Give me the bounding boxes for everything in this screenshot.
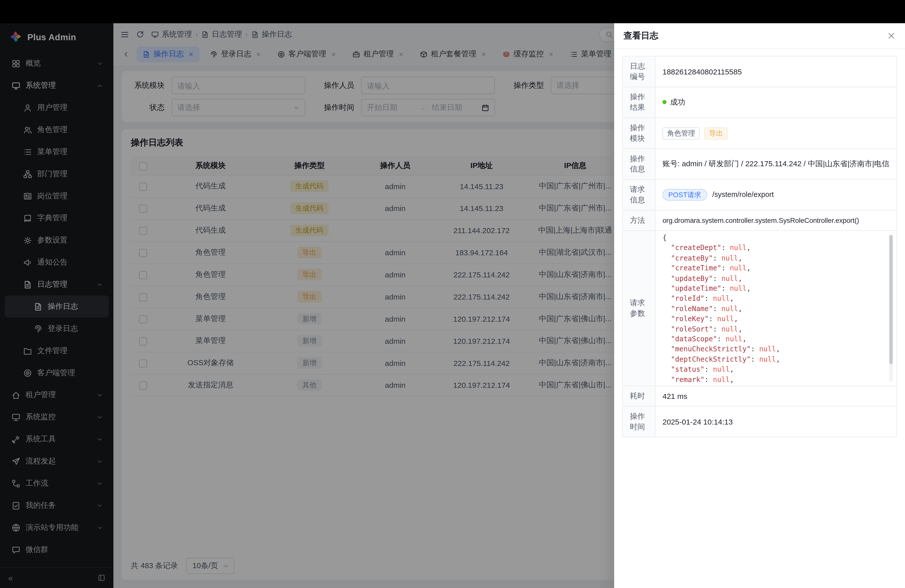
drawer-title: 查看日志 — [624, 30, 658, 41]
detail-row: 请求参数{ "createDept": null, "createBy": nu… — [623, 230, 897, 386]
modal-mask[interactable] — [0, 23, 614, 588]
module-tag: 角色管理 — [662, 127, 700, 139]
detail-label: 操作信息 — [623, 149, 656, 180]
json-code-block[interactable]: { "createDept": null, "createBy": null, … — [662, 233, 894, 383]
status-text: 成功 — [670, 98, 685, 106]
detail-value: 账号: admin / 研发部门 / 222.175.114.242 / 中国|… — [655, 149, 897, 180]
request-params-cell: { "createDept": null, "createBy": null, … — [655, 230, 897, 386]
success-dot — [662, 100, 667, 104]
http-method-tag: POST请求 — [662, 189, 707, 201]
detail-label: 方法 — [623, 210, 656, 230]
app-window: Plus Admin 概览系统管理用户管理角色管理菜单管理部门管理岗位管理字典管… — [0, 0, 905, 588]
detail-row: 操作结果成功 — [623, 87, 897, 118]
detail-value: 2025-01-24 10:14:13 — [655, 406, 897, 437]
log-detail-table: 日志编号1882612840802115585操作结果成功操作模块角色管理导出操… — [622, 56, 897, 437]
detail-label: 日志编号 — [623, 56, 656, 87]
scrollbar-thumb[interactable] — [889, 235, 893, 364]
detail-label: 操作模块 — [623, 118, 656, 149]
viewport: Plus Admin 概览系统管理用户管理角色管理菜单管理部门管理岗位管理字典管… — [0, 0, 905, 588]
detail-row: 耗时421 ms — [623, 386, 897, 406]
detail-row: 方法org.dromara.system.controller.system.S… — [623, 210, 897, 230]
detail-row: 日志编号1882612840802115585 — [623, 56, 897, 87]
detail-label: 耗时 — [623, 386, 656, 406]
detail-value: 421 ms — [655, 386, 897, 406]
detail-row: 操作模块角色管理导出 — [623, 118, 897, 149]
scrollbar-track — [889, 235, 893, 381]
drawer-header: 查看日志 — [614, 23, 905, 49]
request-url: /system/role/export — [713, 191, 774, 199]
detail-row: 操作信息账号: admin / 研发部门 / 222.175.114.242 /… — [623, 149, 897, 180]
detail-value: 1882612840802115585 — [655, 56, 897, 87]
detail-label: 操作时间 — [623, 406, 656, 437]
top-strip — [0, 0, 905, 23]
detail-label: 请求信息 — [623, 179, 656, 210]
detail-row: 操作时间2025-01-24 10:14:13 — [623, 406, 897, 437]
detail-value: POST请求/system/role/export — [655, 179, 897, 210]
close-icon[interactable] — [887, 32, 896, 40]
detail-row: 请求信息POST请求/system/role/export — [623, 179, 897, 210]
detail-label: 请求参数 — [623, 230, 656, 386]
drawer-body: 日志编号1882612840802115585操作结果成功操作模块角色管理导出操… — [614, 49, 905, 444]
detail-value: 成功 — [655, 87, 897, 118]
module-tag: 导出 — [704, 127, 728, 139]
view-log-drawer: 查看日志 日志编号1882612840802115585操作结果成功操作模块角色… — [614, 23, 905, 588]
detail-label: 操作结果 — [623, 87, 656, 118]
detail-value: 角色管理导出 — [655, 118, 897, 149]
detail-value: org.dromara.system.controller.system.Sys… — [655, 210, 897, 230]
log-detail-body: 日志编号1882612840802115585操作结果成功操作模块角色管理导出操… — [623, 56, 897, 437]
